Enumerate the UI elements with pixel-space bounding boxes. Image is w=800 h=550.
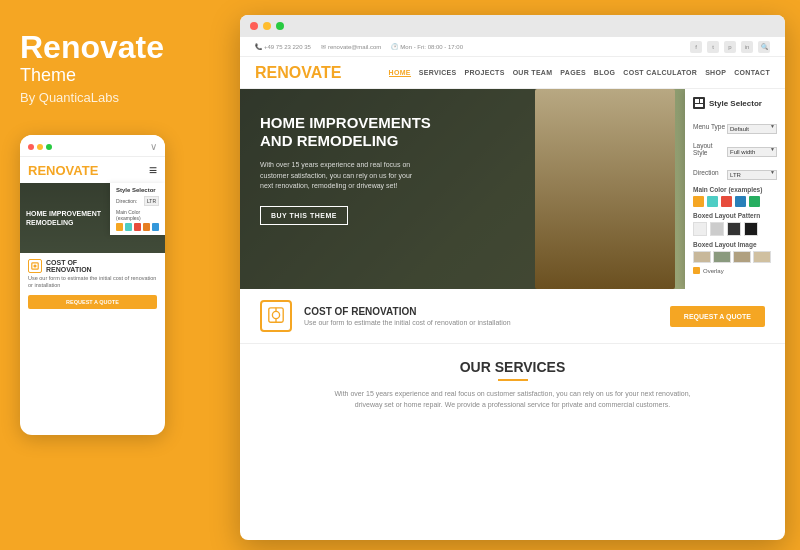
mobile-window-dots: [28, 144, 52, 150]
nav-item-blog[interactable]: BLOG: [594, 69, 615, 76]
boxed-pattern-light[interactable]: [693, 222, 707, 236]
mobile-cost-text: COST OFRENOVATION: [46, 259, 92, 275]
left-panel: Renovate Theme By QuanticaLabs ∨ RENOVAT…: [20, 0, 220, 550]
desktop-mockup: 📞+49 75 23 220 35 ✉renovate@mail.com 🕐Mo…: [240, 15, 785, 540]
mobile-swatch-3[interactable]: [134, 223, 141, 231]
topbar-social-links: f t p in 🔍: [690, 41, 770, 53]
style-menu-type-wrapper: Default ▼: [727, 117, 777, 135]
style-menu-type-select[interactable]: Default: [727, 124, 777, 134]
mobile-cost-icon: [28, 259, 42, 273]
boxed-layout-img-3[interactable]: [733, 251, 751, 263]
mobile-colors-label: Main Color (examples): [116, 209, 159, 221]
services-title: OUR SERVICES: [260, 359, 765, 375]
mobile-logo: RENOVATE: [28, 163, 98, 178]
boxed-layout-img-2[interactable]: [713, 251, 731, 263]
desktop-hero: HOME IMPROVEMENTSAND REMODELING With ove…: [240, 89, 785, 289]
mobile-direction-label: Direction:: [116, 198, 137, 204]
mobile-style-selector-title: Style Selector: [116, 187, 159, 193]
desktop-request-quote-button[interactable]: REQUEST A QUOTE: [670, 306, 765, 327]
mobile-swatch-5[interactable]: [152, 223, 159, 231]
desktop-services-section: OUR SERVICES With over 15 years experien…: [240, 344, 785, 420]
style-boxed-label: Boxed Layout Pattern: [693, 212, 777, 219]
mobile-hero-text: HOME IMPROVEMENTREMODELING: [26, 209, 101, 227]
cost-desc: Use our form to estimate the initial cos…: [304, 319, 511, 326]
mobile-cost-header: COST OFRENOVATION: [28, 259, 157, 275]
nav-item-contact[interactable]: CONTACT: [734, 69, 770, 76]
boxed-pattern-dark[interactable]: [727, 222, 741, 236]
topbar-phone: 📞+49 75 23 220 35: [255, 43, 311, 50]
desktop-dot-red: [250, 22, 258, 30]
style-layout-row: Layout Style Full width ▼: [693, 140, 777, 158]
cost-icon: [267, 306, 285, 327]
topbar-left: 📞+49 75 23 220 35 ✉renovate@mail.com 🕐Mo…: [255, 43, 463, 50]
style-menu-type-label: Menu Type: [693, 123, 725, 130]
mobile-direction-select[interactable]: LTR: [144, 196, 159, 206]
style-direction-select[interactable]: LTR: [727, 170, 777, 180]
mobile-request-quote-button[interactable]: REQUEST A QUOTE: [28, 295, 157, 309]
hero-buy-theme-button[interactable]: BUY THIS THEME: [260, 206, 348, 225]
desktop-swatch-yellow[interactable]: [693, 196, 704, 207]
boxed-layout-images: [693, 251, 777, 263]
mobile-mockup: ∨ RENOVATE ≡ HOME IMPROVEMENTREMODELING …: [20, 135, 165, 435]
nav-item-home[interactable]: HOME: [389, 69, 411, 77]
hero-title: HOME IMPROVEMENTSAND REMODELING: [260, 114, 460, 150]
desktop-title-bar: [240, 15, 785, 37]
boxed-layout-img-1[interactable]: [693, 251, 711, 263]
nav-item-ourteam[interactable]: OUR TEAM: [513, 69, 553, 76]
mobile-cost-title: COST OFRENOVATION: [46, 259, 92, 273]
nav-items: HOME SERVICES PROJECTS OUR TEAM PAGES BL…: [389, 69, 770, 77]
cost-icon-box: [260, 300, 292, 332]
mobile-swatch-2[interactable]: [125, 223, 132, 231]
svg-rect-2: [695, 99, 699, 103]
mobile-direction-row: Direction: LTR: [116, 196, 159, 206]
social-twitter-icon[interactable]: t: [707, 41, 719, 53]
nav-item-pages[interactable]: PAGES: [560, 69, 586, 76]
mobile-swatch-4[interactable]: [143, 223, 150, 231]
brand-title: Renovate Theme: [20, 30, 220, 90]
mobile-hero: HOME IMPROVEMENTREMODELING Style Selecto…: [20, 183, 165, 253]
mobile-hamburger-icon[interactable]: ≡: [149, 162, 157, 178]
mobile-cost-desc: Use our form to estimate the initial cos…: [28, 275, 157, 289]
mobile-style-selector: Style Selector Direction: LTR Main Color…: [110, 183, 165, 235]
desktop-swatch-green[interactable]: [749, 196, 760, 207]
svg-point-1: [33, 265, 36, 268]
nav-item-shop[interactable]: SHOP: [705, 69, 726, 76]
desktop-dot-yellow: [263, 22, 271, 30]
style-direction-wrapper: LTR ▼: [727, 163, 777, 181]
style-layout-label: Layout Style: [693, 142, 727, 156]
desktop-swatch-blue[interactable]: [735, 196, 746, 207]
style-layout-select[interactable]: Full width: [727, 147, 777, 157]
style-selector-header: Style Selector: [693, 97, 777, 109]
style-direction-label: Direction: [693, 169, 719, 176]
mobile-swatch-1[interactable]: [116, 223, 123, 231]
desktop-dot-green: [276, 22, 284, 30]
desktop-style-selector: Style Selector Menu Type Default ▼ Layou…: [685, 89, 785, 289]
desktop-swatch-red[interactable]: [721, 196, 732, 207]
overlay-checkbox[interactable]: [693, 267, 700, 274]
search-icon[interactable]: 🔍: [758, 41, 770, 53]
mobile-dot-green: [46, 144, 52, 150]
style-menu-type-row: Menu Type Default ▼: [693, 117, 777, 135]
mobile-color-swatches: [116, 223, 159, 231]
boxed-pattern-mid[interactable]: [710, 222, 724, 236]
social-linkedin-icon[interactable]: in: [741, 41, 753, 53]
boxed-layout-img-4[interactable]: [753, 251, 771, 263]
svg-point-6: [272, 311, 279, 318]
nav-item-cost-calculator[interactable]: COST CALCULATOR: [623, 69, 697, 76]
mobile-nav: RENOVATE ≡: [20, 157, 165, 183]
svg-rect-3: [700, 99, 703, 103]
cost-text: COST OF RENOVATION Use our form to estim…: [304, 306, 511, 326]
style-selector-title: Style Selector: [709, 99, 762, 108]
style-layout-wrapper: Full width ▼: [727, 140, 777, 158]
social-pinterest-icon[interactable]: p: [724, 41, 736, 53]
hero-desc: With over 15 years experience and real f…: [260, 160, 460, 192]
nav-item-projects[interactable]: PROJECTS: [464, 69, 504, 76]
boxed-pattern-darker[interactable]: [744, 222, 758, 236]
social-facebook-icon[interactable]: f: [690, 41, 702, 53]
style-selector-icon: [693, 97, 705, 109]
cost-left: COST OF RENOVATION Use our form to estim…: [260, 300, 511, 332]
desktop-color-swatches: [693, 196, 777, 207]
desktop-swatch-teal[interactable]: [707, 196, 718, 207]
nav-item-services[interactable]: SERVICES: [419, 69, 457, 76]
brand-subtitle-text: Theme: [20, 65, 220, 86]
